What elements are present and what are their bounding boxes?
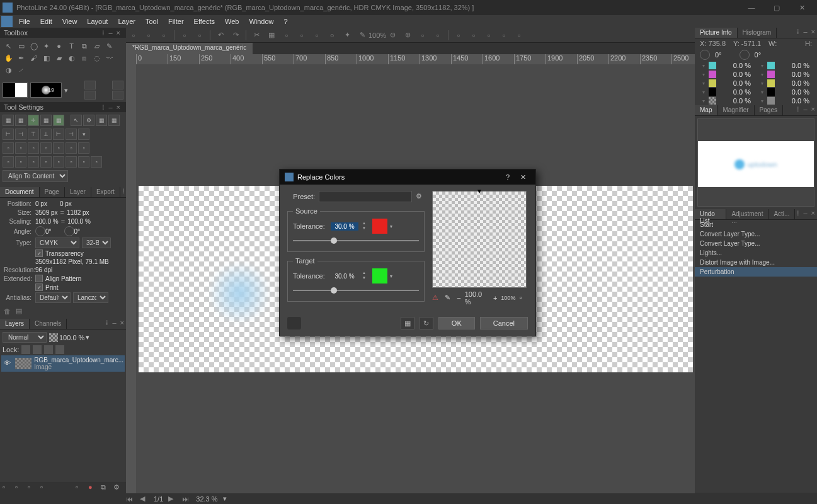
align-btn[interactable]: ▦	[53, 115, 64, 126]
zoom-dropdown-icon[interactable]: ▾	[223, 495, 227, 503]
panel-close-icon[interactable]: ×	[115, 103, 122, 111]
space-btn[interactable]: ▫	[15, 156, 26, 168]
menu-effects[interactable]: Effects	[189, 16, 220, 26]
lock-position-icon[interactable]	[44, 345, 53, 354]
menu-window[interactable]: Window	[244, 16, 278, 26]
toggle-icon[interactable]	[112, 91, 123, 100]
path-tool-icon[interactable]: ⟋	[15, 64, 27, 76]
tab-magnifier[interactable]: Magnifier	[717, 105, 754, 115]
undo-item[interactable]: Start	[695, 220, 817, 229]
shape-tool-icon[interactable]: ●	[53, 40, 65, 52]
menu-file[interactable]: File	[14, 16, 35, 26]
foreground-background-swatch[interactable]	[3, 83, 28, 98]
align-v-btn[interactable]: ⊢	[53, 129, 64, 140]
eraser-tool-icon[interactable]: ◧	[40, 52, 52, 64]
opacity-dropdown-icon[interactable]: ▾	[86, 333, 89, 341]
redo-icon[interactable]: ↷	[229, 29, 243, 42]
preview-zoom-in-icon[interactable]: +	[493, 294, 497, 302]
map-preview[interactable]: uptodown	[697, 118, 814, 207]
dist-btn[interactable]: ▫	[28, 142, 39, 154]
zoom-in-icon[interactable]: ⊕	[401, 29, 414, 42]
source-tolerance-slider[interactable]	[293, 236, 419, 245]
panel-menu-icon[interactable]: ⁞	[100, 29, 106, 37]
tool-icon[interactable]: ▫	[482, 29, 496, 42]
panel-close-icon[interactable]: ×	[809, 105, 817, 115]
align-btn[interactable]: ▦	[15, 115, 26, 126]
menu-web[interactable]: Web	[220, 16, 244, 26]
space-btn[interactable]: ▫	[91, 156, 102, 168]
dialog-preview[interactable]: ▼	[432, 191, 527, 288]
size-w[interactable]: 3509 px	[35, 209, 58, 216]
panel-close-icon[interactable]: ×	[118, 319, 126, 329]
antialias-select[interactable]: Default	[35, 292, 71, 303]
align-btn-active[interactable]: ✛	[28, 115, 39, 126]
minimize-button[interactable]: —	[739, 0, 764, 15]
print-icon[interactable]: ▫	[178, 29, 191, 42]
align-pattern-checkbox[interactable]	[35, 275, 43, 282]
tool-icon[interactable]: ▫	[431, 29, 445, 42]
tab-channels[interactable]: Channels	[30, 319, 67, 329]
printer-icon[interactable]: ▫	[193, 29, 207, 42]
panel-menu-icon[interactable]: ⁞	[795, 28, 801, 38]
panel-collapse-icon[interactable]: –	[106, 29, 114, 37]
tab-histogram[interactable]: Histogram	[738, 28, 777, 38]
tool-icon[interactable]: ▫	[467, 29, 481, 42]
tab-page[interactable]: Page	[40, 187, 65, 197]
warning-icon[interactable]: ⚠	[432, 294, 441, 302]
panel-menu-icon[interactable]: ⁞	[100, 103, 106, 112]
grid-icon[interactable]: ▦	[265, 29, 278, 42]
cut-icon[interactable]: ✂	[249, 29, 263, 42]
save-icon[interactable]: ▫	[157, 29, 171, 42]
preview-mode-icon[interactable]: ▫	[519, 294, 528, 302]
blend-mode-select[interactable]: Normal	[3, 332, 47, 343]
transparency-checkbox[interactable]: ✓	[35, 249, 43, 257]
gear-icon[interactable]: ⚙	[83, 115, 94, 126]
brush-dropdown-icon[interactable]: ▾	[64, 86, 68, 94]
brush-icon[interactable]: ✎	[355, 29, 369, 42]
tool-icon[interactable]: ▫	[452, 29, 466, 42]
undo-item[interactable]: Convert Layer Type...	[695, 239, 817, 248]
scaling-y[interactable]: 100.0 %	[67, 218, 91, 225]
space-btn[interactable]: ▫	[66, 156, 77, 168]
first-page-icon[interactable]: ⏮	[126, 495, 135, 503]
prev-page-icon[interactable]: ◀	[140, 495, 149, 503]
link-icon[interactable]: ⧉	[101, 483, 111, 492]
layer-thumbnail[interactable]	[15, 358, 31, 369]
panel-close-icon[interactable]: ×	[115, 29, 122, 37]
undo-item[interactable]: Perturbation	[695, 267, 817, 277]
tab-pages[interactable]: Pages	[755, 105, 783, 115]
spinner-down-icon[interactable]: ▼	[361, 226, 367, 231]
tool-icon[interactable]: ▫	[497, 29, 511, 42]
chevron-icon[interactable]: ▾	[702, 63, 705, 69]
tab-export[interactable]: Export	[91, 187, 120, 197]
text-tool-icon[interactable]: T	[66, 40, 77, 52]
opacity-value[interactable]: 100.0 %	[59, 334, 84, 341]
chevron-icon[interactable]: ▾	[702, 89, 705, 95]
ok-button[interactable]: OK	[438, 317, 475, 329]
color-dropdown-icon[interactable]: ▾	[390, 224, 396, 229]
align-h-btn[interactable]: ⊤	[28, 129, 39, 140]
close-button[interactable]: ✕	[789, 0, 814, 15]
tab-map[interactable]: Map	[695, 105, 717, 115]
spinner-down-icon[interactable]: ▼	[361, 276, 367, 281]
last-page-icon[interactable]: ⏭	[182, 495, 191, 503]
adjustment-icon[interactable]: ▫	[76, 483, 86, 492]
fill-tool-icon[interactable]: ▰	[53, 52, 65, 64]
dist-btn[interactable]: ▫	[53, 142, 64, 154]
pen-tool-icon[interactable]: ✒	[15, 52, 27, 64]
marquee-tool-icon[interactable]: ▭	[15, 40, 27, 52]
tab-actions[interactable]: Acti...	[768, 209, 795, 219]
space-btn[interactable]: ▫	[28, 156, 39, 168]
new-icon[interactable]: ▫	[127, 29, 140, 42]
preset-combo[interactable]	[319, 191, 412, 202]
chevron-icon[interactable]: ▾	[702, 81, 705, 86]
move-tool-icon[interactable]: ↖	[3, 40, 14, 52]
space-btn[interactable]: ▫	[78, 156, 89, 168]
panel-collapse-icon[interactable]: –	[801, 105, 809, 115]
grid-btn[interactable]: ▦	[108, 115, 120, 126]
eyedropper-icon[interactable]: ✎	[445, 294, 454, 302]
dodge-tool-icon[interactable]: ◑	[3, 64, 14, 76]
tool-icon[interactable]: ▫	[416, 29, 430, 42]
menu-layer[interactable]: Layer	[113, 16, 140, 26]
panel-collapse-icon[interactable]: –	[801, 209, 809, 219]
